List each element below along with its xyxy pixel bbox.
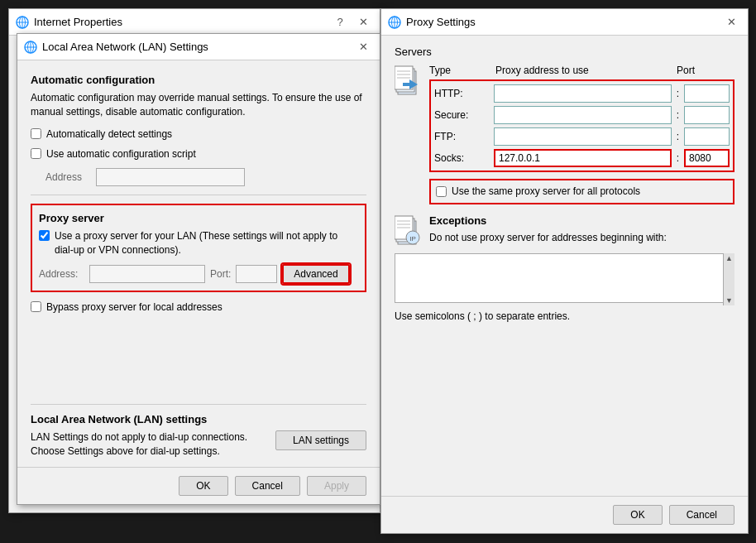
auto-config-desc: Automatic configuration may override man… — [31, 91, 366, 119]
socks-label: Socks: — [434, 152, 490, 164]
address-row: Address — [45, 168, 366, 186]
secure-addr-input[interactable] — [494, 106, 672, 124]
col-port-header: Port — [677, 65, 734, 76]
lan-ok-button[interactable]: OK — [179, 476, 227, 496]
lan-settings-desc: LAN Settings do not apply to dial-up con… — [31, 430, 267, 459]
socks-colon: : — [675, 152, 681, 164]
advanced-button[interactable]: Advanced — [282, 264, 349, 284]
svg-rect-19 — [403, 83, 411, 86]
same-proxy-checkbox[interactable] — [436, 186, 447, 197]
ftp-label: FTP: — [434, 131, 490, 142]
proxy-cancel-button[interactable]: Cancel — [669, 505, 734, 525]
http-label: HTTP: — [434, 88, 490, 99]
bypass-checkbox[interactable] — [31, 301, 41, 312]
server-row-http: HTTP: : — [434, 84, 730, 103]
secure-label: Secure: — [434, 109, 490, 121]
exceptions-section: IP Exceptions Do not use proxy server fo… — [395, 214, 734, 322]
lan-bottom-area: Local Area Network (LAN) settings LAN Se… — [31, 404, 366, 459]
auto-detect-checkbox[interactable] — [31, 128, 41, 139]
proxy-dialog-title: Proxy Settings — [406, 16, 476, 28]
exceptions-note: Use semicolons ( ; ) to separate entries… — [395, 310, 734, 322]
scroll-up-arrow[interactable]: ▲ — [725, 254, 733, 262]
scrollbar[interactable]: ▲ ▼ — [723, 253, 734, 305]
auto-detect-label: Automatically detect settings — [46, 127, 172, 142]
port-label: Port: — [210, 268, 231, 280]
servers-table-area: Type Proxy address to use Port HTTP: : — [429, 65, 734, 204]
ftp-port-input[interactable] — [684, 127, 730, 146]
proxy-address-row: Address: Port: Advanced — [39, 264, 358, 284]
scroll-down-arrow[interactable]: ▼ — [725, 296, 733, 305]
proxy-titlebar-left: Proxy Settings — [388, 16, 476, 29]
exceptions-desc: Do not use proxy server for addresses be… — [429, 232, 667, 243]
secure-port-input[interactable] — [684, 106, 730, 124]
servers-header: Type Proxy address to use Port — [429, 65, 734, 76]
secure-colon: : — [675, 109, 681, 121]
svg-text:IP: IP — [409, 235, 416, 243]
proxy-globe-icon — [388, 16, 401, 29]
titlebar-left: Internet Properties — [16, 16, 122, 29]
lan-settings-title: Local Area Network (LAN) settings — [31, 413, 366, 425]
close-btn-lan[interactable]: ✕ — [353, 39, 373, 55]
lan-settings-button[interactable]: LAN settings — [275, 430, 366, 450]
ftp-colon: : — [675, 131, 681, 142]
address-label: Address — [45, 171, 91, 183]
same-proxy-row: Use the same proxy server for all protoc… — [429, 179, 734, 204]
servers-pages-icon — [395, 65, 421, 99]
socks-addr-input[interactable] — [494, 149, 672, 167]
server-row-secure: Secure: : — [434, 106, 730, 124]
server-row-ftp: FTP: : — [434, 127, 730, 146]
bypass-row: Bypass proxy server for local addresses — [31, 300, 366, 315]
lan-dialog-titlebar: Local Area Network (LAN) Settings ✕ — [17, 34, 380, 60]
auto-config-title: Automatic configuration — [31, 74, 366, 86]
internet-properties-title: Internet Properties — [34, 16, 122, 28]
proxy-addr-input[interactable] — [89, 265, 205, 283]
auto-detect-row: Automatically detect settings — [31, 127, 366, 142]
bypass-label: Bypass proxy server for local addresses — [46, 300, 222, 315]
http-addr-input[interactable] — [494, 84, 672, 103]
servers-grid: HTTP: : Secure: : FTP: — [429, 79, 734, 172]
col-type-header: Type — [429, 65, 495, 76]
auto-config-script-label: Use automatic configuration script — [46, 147, 196, 161]
http-colon: : — [675, 88, 681, 99]
proxy-ok-button[interactable]: OK — [613, 505, 662, 525]
exceptions-textarea[interactable] — [395, 253, 734, 303]
auto-config-script-row: Use automatic configuration script — [31, 147, 366, 161]
close-btn-ip[interactable]: ✕ — [353, 14, 373, 31]
close-btn-proxy[interactable]: ✕ — [721, 14, 741, 31]
proxy-dialog-titlebar: Proxy Settings ✕ — [381, 9, 748, 36]
col-addr-header: Proxy address to use — [495, 65, 677, 76]
proxy-dialog: Proxy Settings ✕ Servers — [380, 8, 749, 534]
port-input[interactable] — [236, 265, 277, 283]
server-row-socks: Socks: : — [434, 149, 730, 167]
lan-titlebar-left: Local Area Network (LAN) Settings — [24, 41, 208, 54]
socks-port-input[interactable] — [684, 149, 730, 167]
use-proxy-checkbox[interactable] — [39, 230, 50, 241]
lan-apply-button[interactable]: Apply — [307, 476, 366, 496]
proxy-titlebar-controls: ✕ — [721, 14, 741, 31]
lan-settings-content: LAN Settings do not apply to dial-up con… — [31, 430, 366, 459]
lan-titlebar-controls: ✕ — [353, 39, 373, 55]
servers-icon-area: Type Proxy address to use Port HTTP: : — [395, 65, 734, 204]
proxy-dialog-footer: OK Cancel — [381, 496, 748, 533]
proxy-server-title: Proxy server — [39, 212, 358, 224]
lan-cancel-button[interactable]: Cancel — [235, 476, 300, 496]
lan-bottom-section: Local Area Network (LAN) settings LAN Se… — [31, 404, 366, 459]
titlebar-controls: ? ✕ — [330, 14, 373, 31]
lan-globe-icon — [24, 41, 37, 54]
globe-icon — [16, 16, 29, 29]
exceptions-textarea-wrapper: ▲ ▼ — [395, 253, 734, 305]
http-port-input[interactable] — [684, 84, 730, 103]
auto-config-script-checkbox[interactable] — [31, 148, 41, 159]
lan-dialog: Local Area Network (LAN) Settings ✕ Auto… — [17, 33, 380, 505]
address-input[interactable] — [96, 168, 245, 186]
ftp-addr-input[interactable] — [494, 127, 672, 146]
exceptions-title: Exceptions — [429, 214, 667, 227]
exceptions-header-right: Exceptions Do not use proxy server for a… — [429, 214, 667, 243]
proxy-addr-label: Address: — [39, 268, 84, 280]
same-proxy-label: Use the same proxy server for all protoc… — [452, 185, 640, 199]
use-proxy-row: Use a proxy server for your LAN (These s… — [39, 229, 358, 257]
lan-dialog-body: Automatic configuration Automatic config… — [17, 60, 380, 334]
question-btn[interactable]: ? — [330, 14, 350, 31]
lan-dialog-footer: OK Cancel Apply — [17, 467, 380, 504]
proxy-dialog-body: Servers Type — [381, 36, 748, 332]
